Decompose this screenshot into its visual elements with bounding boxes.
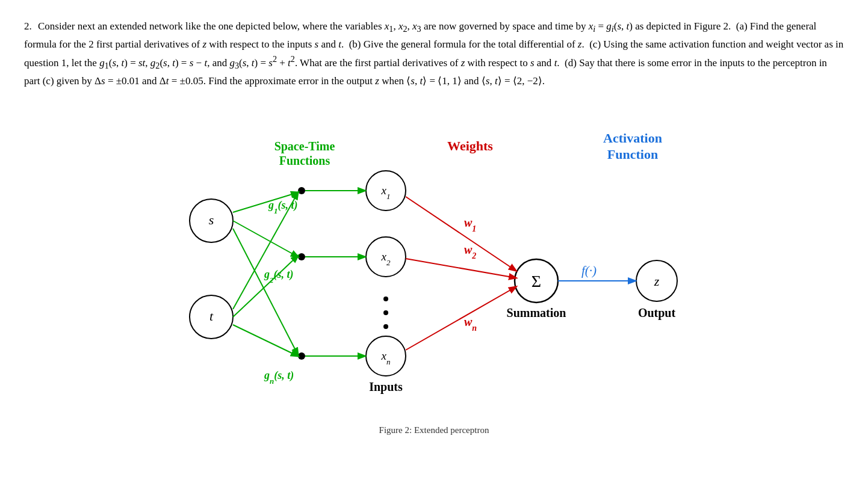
svg-point-32 [383,324,388,329]
svg-point-15 [298,253,305,260]
svg-line-28 [406,287,516,350]
svg-point-16 [298,352,305,360]
svg-text:gn(s, t): gn(s, t) [264,369,294,386]
svg-text:Σ: Σ [532,272,541,290]
svg-text:w1: w1 [464,216,476,233]
diagram-container: s t x1 x2 xn Σ z [24,103,844,435]
svg-point-31 [383,310,388,315]
svg-text:Space-Time: Space-Time [274,140,335,153]
figure-caption: Figure 2: Extended perceptron [379,425,489,435]
svg-text:Summation: Summation [507,306,566,319]
svg-text:f(·): f(·) [581,263,597,278]
svg-line-26 [406,197,516,271]
svg-text:Function: Function [607,147,658,162]
svg-text:s: s [209,212,214,227]
svg-line-27 [406,259,516,278]
problem-body: Consider next an extended network like t… [24,20,843,87]
svg-text:Activation: Activation [603,131,662,146]
problem-text: 2. Consider next an extended network lik… [24,18,844,89]
svg-text:Output: Output [638,306,676,320]
svg-text:wn: wn [464,315,477,333]
problem-number: 2. [24,18,32,34]
svg-text:z: z [654,274,660,289]
svg-line-22 [233,325,298,356]
diagram-svg: s t x1 x2 xn Σ z [163,103,705,419]
svg-text:t: t [209,309,214,324]
svg-text:w2: w2 [464,243,476,260]
svg-point-30 [383,297,388,301]
svg-text:Inputs: Inputs [369,380,403,394]
svg-text:Functions: Functions [279,154,330,167]
svg-text:g2(s, t): g2(s, t) [264,268,294,284]
svg-text:Weights: Weights [447,138,493,153]
svg-line-21 [233,256,298,317]
svg-text:g1(s, t): g1(s, t) [268,199,298,215]
svg-point-14 [298,187,305,194]
